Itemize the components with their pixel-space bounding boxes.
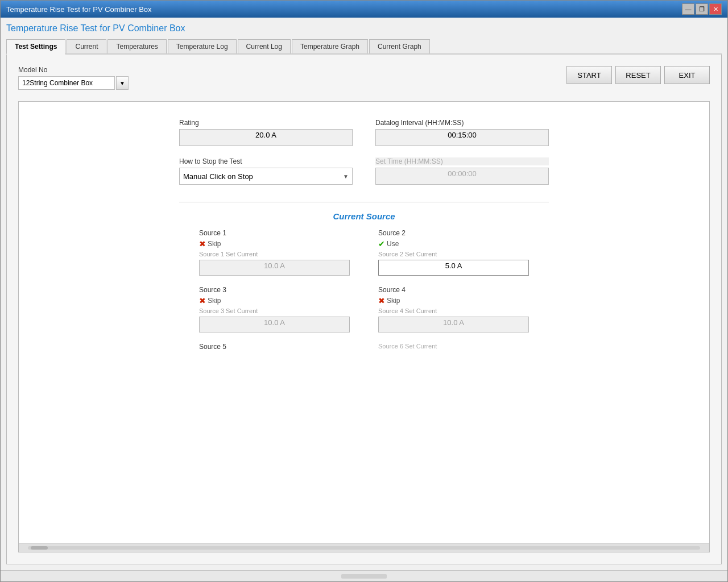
source-4-group: Source 4 ✖ Skip Source 4 Set Current 10.… — [378, 286, 529, 332]
source-3-status-text: Skip — [208, 297, 221, 305]
source-4-header: Source 4 — [378, 286, 529, 294]
source-1-skip-icon: ✖ — [199, 239, 206, 248]
source-3-set-label: Source 3 Set Current — [199, 307, 350, 314]
tab-current[interactable]: Current — [67, 39, 106, 53]
tabs-row: Test Settings Current Temperatures Tempe… — [6, 39, 722, 55]
current-source-section: Current Source Source 1 ✖ Skip — [179, 202, 549, 351]
source-2-label: Source 2 — [378, 229, 406, 237]
source-4-input: 10.0 A — [378, 317, 529, 332]
source-1-status[interactable]: ✖ Skip — [199, 239, 350, 248]
source-4-set-label: Source 4 Set Current — [378, 307, 529, 314]
model-section: Model No ▼ — [18, 66, 129, 90]
set-time-input: 00:00:00 — [375, 168, 549, 185]
model-dropdown: ▼ — [18, 76, 129, 90]
source-3-input: 10.0 A — [199, 317, 350, 332]
content-box: Rating 20.0 A Datalog Interval (HH:MM:SS… — [18, 101, 710, 543]
stop-value: Manual Click on Stop — [183, 172, 253, 181]
current-source-title: Current Source — [179, 211, 549, 221]
rating-group: Rating 20.0 A — [179, 119, 353, 146]
source-3-group: Source 3 ✖ Skip Source 3 Set Current 10.… — [199, 286, 350, 332]
sources-grid: Source 1 ✖ Skip Source 1 Set Current 10.… — [199, 229, 529, 351]
status-bar — [1, 570, 727, 581]
scrollbar-track — [28, 546, 700, 550]
minimize-button[interactable]: — — [682, 3, 694, 15]
source-2-status[interactable]: ✔ Use — [378, 239, 529, 248]
horizontal-scrollbar[interactable] — [18, 543, 710, 552]
source-4-status[interactable]: ✖ Skip — [378, 296, 529, 305]
tab-current-log[interactable]: Current Log — [238, 39, 291, 53]
app-content: Temperature Rise Test for PV Combiner Bo… — [1, 18, 727, 570]
window-controls: — ❐ ✕ — [682, 3, 722, 15]
source-2-header: Source 2 — [378, 229, 529, 237]
source-2-status-text: Use — [387, 240, 399, 248]
source-2-use-icon: ✔ — [378, 239, 385, 248]
source-1-group: Source 1 ✖ Skip Source 1 Set Current 10.… — [199, 229, 350, 276]
maximize-button[interactable]: ❐ — [696, 3, 708, 15]
scrollbar-thumb[interactable] — [31, 546, 48, 550]
top-section: Model No ▼ START RESET EXIT — [18, 66, 710, 90]
model-label: Model No — [18, 66, 129, 74]
app-title: Temperature Rise Test for PV Combiner Bo… — [6, 23, 722, 34]
source-2-group: Source 2 ✔ Use Source 2 Set Current 5.0 … — [378, 229, 529, 276]
source-5-group: Source 5 — [199, 343, 350, 351]
source-4-status-text: Skip — [387, 297, 400, 305]
stop-group: How to Stop the Test Manual Click on Sto… — [179, 157, 353, 185]
source-4-label: Source 4 — [378, 286, 406, 294]
stop-label: How to Stop the Test — [179, 157, 353, 165]
source-5-label: Source 5 — [199, 343, 226, 351]
datalog-input[interactable]: 00:15:00 — [375, 129, 549, 146]
status-bar-thumb[interactable] — [341, 574, 387, 579]
main-window: Temperature Rise Test for PV Combiner Bo… — [0, 0, 728, 582]
source-3-status[interactable]: ✖ Skip — [199, 296, 350, 305]
stop-dropdown-arrow: ▼ — [343, 173, 349, 180]
main-panel: Model No ▼ START RESET EXIT — [6, 55, 722, 564]
tab-temperature-graph[interactable]: Temperature Graph — [292, 39, 368, 53]
source-1-header: Source 1 — [199, 229, 350, 237]
stop-dropdown[interactable]: Manual Click on Stop ▼ — [179, 168, 353, 185]
set-time-label: Set Time (HH:MM:SS) — [375, 157, 549, 165]
source-3-header: Source 3 — [199, 286, 350, 294]
start-button[interactable]: START — [566, 66, 612, 84]
close-button[interactable]: ✕ — [709, 3, 722, 15]
window-title: Temperature Rise Test for PV Combiner Bo… — [6, 5, 152, 14]
tab-temperature-log[interactable]: Temperature Log — [168, 39, 237, 53]
source-1-input: 10.0 A — [199, 260, 350, 276]
source-1-set-label: Source 1 Set Current — [199, 251, 350, 257]
tab-temperatures[interactable]: Temperatures — [107, 39, 166, 53]
rating-input[interactable]: 20.0 A — [179, 129, 353, 146]
form-grid: Rating 20.0 A Datalog Interval (HH:MM:SS… — [179, 119, 549, 185]
source-2-input[interactable]: 5.0 A — [378, 260, 529, 276]
model-input[interactable] — [18, 76, 115, 90]
source-6-label: Source 6 Set Current — [378, 343, 437, 350]
source-1-status-text: Skip — [208, 240, 221, 248]
source-3-skip-icon: ✖ — [199, 296, 206, 305]
source-6-header: Source 6 Set Current — [378, 343, 529, 350]
model-dropdown-button[interactable]: ▼ — [116, 76, 129, 90]
source-6-group: Source 6 Set Current — [378, 343, 529, 351]
tab-test-settings[interactable]: Test Settings — [6, 39, 65, 55]
reset-button[interactable]: RESET — [615, 66, 661, 84]
exit-button[interactable]: EXIT — [664, 66, 710, 84]
source-5-header: Source 5 — [199, 343, 350, 351]
source-2-set-label: Source 2 Set Current — [378, 251, 529, 257]
datalog-label: Datalog Interval (HH:MM:SS) — [375, 119, 549, 127]
set-time-group: Set Time (HH:MM:SS) 00:00:00 — [375, 157, 549, 185]
rating-label: Rating — [179, 119, 353, 127]
datalog-group: Datalog Interval (HH:MM:SS) 00:15:00 — [375, 119, 549, 146]
source-4-skip-icon: ✖ — [378, 296, 385, 305]
tab-current-graph[interactable]: Current Graph — [369, 39, 430, 53]
source-1-label: Source 1 — [199, 229, 226, 237]
title-bar: Temperature Rise Test for PV Combiner Bo… — [1, 1, 727, 18]
source-3-label: Source 3 — [199, 286, 226, 294]
action-buttons: START RESET EXIT — [566, 66, 710, 84]
